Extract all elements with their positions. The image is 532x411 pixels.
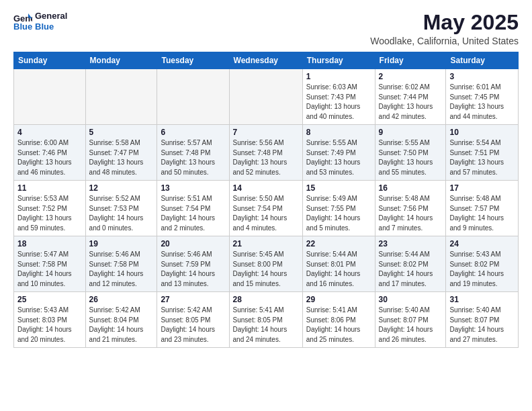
header-cell-friday: Friday bbox=[375, 52, 446, 69]
logo-line2: Blue bbox=[35, 21, 67, 32]
day-info: Sunrise: 5:52 AM Sunset: 7:53 PM Dayligh… bbox=[89, 194, 154, 233]
calendar-week-3: 11Sunrise: 5:53 AM Sunset: 7:52 PM Dayli… bbox=[14, 181, 519, 236]
calendar-cell: 13Sunrise: 5:51 AM Sunset: 7:54 PM Dayli… bbox=[157, 181, 229, 236]
day-info: Sunrise: 5:54 AM Sunset: 7:51 PM Dayligh… bbox=[449, 138, 515, 177]
day-number: 23 bbox=[379, 239, 443, 248]
calendar-cell: 10Sunrise: 5:54 AM Sunset: 7:51 PM Dayli… bbox=[446, 125, 519, 181]
logo: General Blue General Blue bbox=[13, 11, 67, 32]
calendar-cell: 7Sunrise: 5:56 AM Sunset: 7:48 PM Daylig… bbox=[229, 125, 302, 181]
day-info: Sunrise: 5:44 AM Sunset: 8:02 PM Dayligh… bbox=[379, 250, 443, 289]
day-info: Sunrise: 5:53 AM Sunset: 7:52 PM Dayligh… bbox=[17, 194, 82, 233]
calendar-cell: 15Sunrise: 5:49 AM Sunset: 7:55 PM Dayli… bbox=[302, 181, 375, 236]
day-number: 12 bbox=[89, 183, 154, 193]
calendar-cell: 9Sunrise: 5:55 AM Sunset: 7:50 PM Daylig… bbox=[375, 125, 446, 181]
calendar-cell: 18Sunrise: 5:47 AM Sunset: 7:58 PM Dayli… bbox=[14, 236, 86, 292]
day-number: 20 bbox=[161, 239, 225, 248]
calendar-week-1: 1Sunrise: 6:03 AM Sunset: 7:43 PM Daylig… bbox=[14, 69, 519, 125]
day-number: 9 bbox=[379, 128, 443, 137]
calendar-cell: 23Sunrise: 5:44 AM Sunset: 8:02 PM Dayli… bbox=[375, 236, 446, 292]
day-info: Sunrise: 5:40 AM Sunset: 8:07 PM Dayligh… bbox=[379, 306, 443, 345]
day-number: 28 bbox=[233, 295, 299, 304]
day-info: Sunrise: 5:51 AM Sunset: 7:54 PM Dayligh… bbox=[161, 194, 225, 233]
main-title: May 2025 bbox=[370, 11, 519, 34]
calendar-cell: 30Sunrise: 5:40 AM Sunset: 8:07 PM Dayli… bbox=[375, 292, 446, 348]
calendar-cell bbox=[229, 69, 302, 125]
calendar-cell bbox=[14, 69, 86, 125]
day-number: 26 bbox=[89, 295, 154, 304]
day-number: 18 bbox=[17, 239, 82, 248]
day-number: 29 bbox=[306, 295, 371, 304]
day-number: 15 bbox=[306, 183, 371, 193]
day-number: 14 bbox=[233, 183, 299, 193]
calendar-cell: 16Sunrise: 5:48 AM Sunset: 7:56 PM Dayli… bbox=[375, 181, 446, 236]
day-info: Sunrise: 5:46 AM Sunset: 7:58 PM Dayligh… bbox=[89, 250, 154, 289]
day-info: Sunrise: 5:46 AM Sunset: 7:59 PM Dayligh… bbox=[161, 250, 225, 289]
day-number: 22 bbox=[306, 239, 371, 248]
calendar-cell: 28Sunrise: 5:41 AM Sunset: 8:05 PM Dayli… bbox=[229, 292, 302, 348]
calendar-cell bbox=[85, 69, 157, 125]
calendar-header-row: SundayMondayTuesdayWednesdayThursdayFrid… bbox=[14, 52, 519, 69]
calendar-cell: 6Sunrise: 5:57 AM Sunset: 7:48 PM Daylig… bbox=[157, 125, 229, 181]
subtitle: Woodlake, California, United States bbox=[370, 36, 519, 46]
day-info: Sunrise: 5:55 AM Sunset: 7:49 PM Dayligh… bbox=[306, 138, 371, 177]
header-cell-wednesday: Wednesday bbox=[229, 52, 302, 69]
day-number: 17 bbox=[449, 183, 515, 193]
day-info: Sunrise: 5:57 AM Sunset: 7:48 PM Dayligh… bbox=[161, 138, 225, 177]
day-info: Sunrise: 5:42 AM Sunset: 8:04 PM Dayligh… bbox=[89, 306, 154, 345]
header-cell-thursday: Thursday bbox=[302, 52, 375, 69]
calendar-cell: 12Sunrise: 5:52 AM Sunset: 7:53 PM Dayli… bbox=[85, 181, 157, 236]
calendar-cell: 26Sunrise: 5:42 AM Sunset: 8:04 PM Dayli… bbox=[85, 292, 157, 348]
calendar-cell: 17Sunrise: 5:48 AM Sunset: 7:57 PM Dayli… bbox=[446, 181, 519, 236]
title-block: May 2025 Woodlake, California, United St… bbox=[370, 11, 519, 46]
day-info: Sunrise: 5:41 AM Sunset: 8:06 PM Dayligh… bbox=[306, 306, 371, 345]
day-number: 2 bbox=[379, 72, 443, 81]
day-info: Sunrise: 5:40 AM Sunset: 8:07 PM Dayligh… bbox=[449, 306, 515, 345]
calendar-cell: 19Sunrise: 5:46 AM Sunset: 7:58 PM Dayli… bbox=[85, 236, 157, 292]
day-number: 27 bbox=[161, 295, 225, 304]
calendar-week-5: 25Sunrise: 5:43 AM Sunset: 8:03 PM Dayli… bbox=[14, 292, 519, 348]
day-number: 24 bbox=[449, 239, 515, 248]
calendar-cell: 8Sunrise: 5:55 AM Sunset: 7:49 PM Daylig… bbox=[302, 125, 375, 181]
calendar-cell: 11Sunrise: 5:53 AM Sunset: 7:52 PM Dayli… bbox=[14, 181, 86, 236]
calendar-cell: 14Sunrise: 5:50 AM Sunset: 7:54 PM Dayli… bbox=[229, 181, 302, 236]
day-number: 16 bbox=[379, 183, 443, 193]
day-number: 3 bbox=[449, 72, 515, 81]
day-number: 7 bbox=[233, 128, 299, 137]
day-number: 10 bbox=[449, 128, 515, 137]
logo-line1: General bbox=[35, 11, 67, 21]
day-number: 8 bbox=[306, 128, 371, 137]
day-info: Sunrise: 5:41 AM Sunset: 8:05 PM Dayligh… bbox=[233, 306, 299, 345]
calendar-cell: 1Sunrise: 6:03 AM Sunset: 7:43 PM Daylig… bbox=[302, 69, 375, 125]
calendar-cell: 5Sunrise: 5:58 AM Sunset: 7:47 PM Daylig… bbox=[85, 125, 157, 181]
header-cell-monday: Monday bbox=[85, 52, 157, 69]
calendar-cell: 4Sunrise: 6:00 AM Sunset: 7:46 PM Daylig… bbox=[14, 125, 86, 181]
day-number: 21 bbox=[233, 239, 299, 248]
header: General Blue General Blue May 2025 Woodl… bbox=[13, 11, 519, 46]
day-number: 31 bbox=[449, 295, 515, 304]
day-info: Sunrise: 5:58 AM Sunset: 7:47 PM Dayligh… bbox=[89, 138, 154, 177]
calendar-cell: 27Sunrise: 5:42 AM Sunset: 8:05 PM Dayli… bbox=[157, 292, 229, 348]
svg-text:Blue: Blue bbox=[13, 21, 32, 31]
calendar-table: SundayMondayTuesdayWednesdayThursdayFrid… bbox=[13, 52, 519, 348]
day-info: Sunrise: 5:49 AM Sunset: 7:55 PM Dayligh… bbox=[306, 194, 371, 233]
header-cell-tuesday: Tuesday bbox=[157, 52, 229, 69]
day-info: Sunrise: 5:43 AM Sunset: 8:02 PM Dayligh… bbox=[449, 250, 515, 289]
header-cell-saturday: Saturday bbox=[446, 52, 519, 69]
calendar-cell: 21Sunrise: 5:45 AM Sunset: 8:00 PM Dayli… bbox=[229, 236, 302, 292]
header-cell-sunday: Sunday bbox=[14, 52, 86, 69]
day-info: Sunrise: 5:44 AM Sunset: 8:01 PM Dayligh… bbox=[306, 250, 371, 289]
day-info: Sunrise: 5:48 AM Sunset: 7:57 PM Dayligh… bbox=[449, 194, 515, 233]
calendar-cell: 20Sunrise: 5:46 AM Sunset: 7:59 PM Dayli… bbox=[157, 236, 229, 292]
day-number: 1 bbox=[306, 72, 371, 81]
day-info: Sunrise: 6:03 AM Sunset: 7:43 PM Dayligh… bbox=[306, 83, 371, 122]
day-number: 13 bbox=[161, 183, 225, 193]
calendar-week-2: 4Sunrise: 6:00 AM Sunset: 7:46 PM Daylig… bbox=[14, 125, 519, 181]
day-info: Sunrise: 5:48 AM Sunset: 7:56 PM Dayligh… bbox=[379, 194, 443, 233]
day-info: Sunrise: 5:43 AM Sunset: 8:03 PM Dayligh… bbox=[17, 306, 82, 345]
day-info: Sunrise: 6:00 AM Sunset: 7:46 PM Dayligh… bbox=[17, 138, 82, 177]
calendar-cell: 31Sunrise: 5:40 AM Sunset: 8:07 PM Dayli… bbox=[446, 292, 519, 348]
calendar-cell: 2Sunrise: 6:02 AM Sunset: 7:44 PM Daylig… bbox=[375, 69, 446, 125]
calendar-cell: 3Sunrise: 6:01 AM Sunset: 7:45 PM Daylig… bbox=[446, 69, 519, 125]
day-number: 4 bbox=[17, 128, 82, 137]
calendar-week-4: 18Sunrise: 5:47 AM Sunset: 7:58 PM Dayli… bbox=[14, 236, 519, 292]
